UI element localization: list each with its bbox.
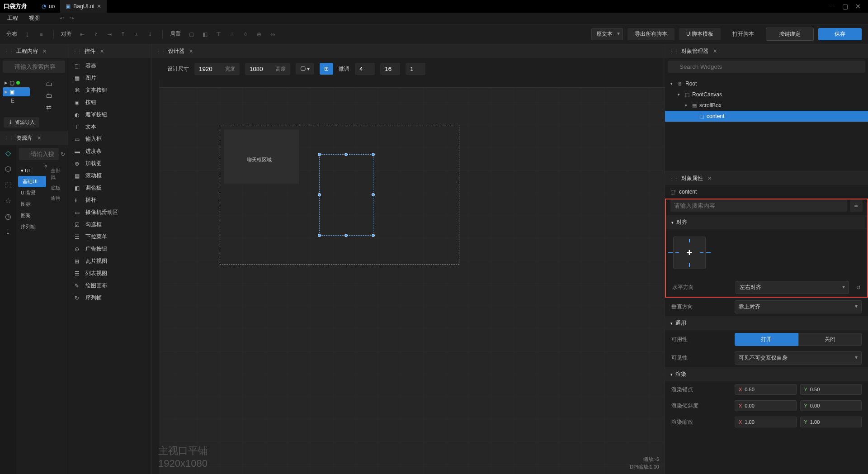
widget-image[interactable]: ▦图片 bbox=[68, 72, 151, 84]
toggle-open[interactable]: 打开 bbox=[735, 333, 798, 346]
resize-handle-bl[interactable] bbox=[318, 234, 321, 237]
tree-node-canvas[interactable]: ▾⬚RootCanvas bbox=[665, 89, 868, 100]
widgets-search-input[interactable] bbox=[668, 61, 865, 73]
grip-icon[interactable]: ⋮⋮ bbox=[5, 49, 14, 54]
align-bottom-icon[interactable]: ⤓ bbox=[146, 31, 154, 38]
dist-h-icon[interactable]: ⫿ bbox=[24, 31, 31, 38]
tree-root[interactable]: ▶▢ bbox=[3, 78, 30, 87]
section-render-header[interactable]: ▾渲染 bbox=[665, 367, 868, 381]
section-align-header[interactable]: ▾对齐 bbox=[666, 215, 867, 229]
widget-dropdown[interactable]: ☰下拉菜单 bbox=[68, 231, 151, 243]
horizontal-select[interactable]: 左右对齐 bbox=[736, 281, 849, 294]
undo-icon[interactable]: ↶ bbox=[60, 15, 64, 22]
grip-icon[interactable]: ⋮⋮ bbox=[670, 49, 679, 54]
props-search-input[interactable] bbox=[670, 199, 847, 212]
grip-icon[interactable]: ⋮⋮ bbox=[156, 49, 165, 54]
place-icon-6[interactable]: ⊕ bbox=[255, 31, 263, 38]
place-icon-1[interactable]: ▢ bbox=[188, 31, 195, 38]
close-icon[interactable]: ✕ bbox=[42, 48, 47, 54]
vertical-select[interactable]: 靠上对齐 bbox=[735, 300, 862, 313]
skew-y-input[interactable]: Y bbox=[800, 400, 862, 411]
folder-icon[interactable]: 🗀 bbox=[46, 80, 52, 87]
resource-search-input[interactable] bbox=[19, 148, 59, 160]
link-icon[interactable]: ⬡ bbox=[5, 165, 11, 173]
widget-canvas[interactable]: ✎绘图画布 bbox=[68, 280, 151, 292]
align-anchor-b[interactable] bbox=[689, 263, 690, 267]
clock-icon[interactable]: ◷ bbox=[5, 212, 11, 221]
box-icon[interactable]: ⬚ bbox=[5, 180, 12, 189]
tab-uo[interactable]: ◔ uo bbox=[36, 0, 60, 13]
key-binding-button[interactable]: 按键绑定 bbox=[766, 28, 814, 41]
resize-handle-tl[interactable] bbox=[318, 153, 321, 156]
scale-y-input[interactable]: Y bbox=[800, 417, 862, 427]
widget-colorpicker[interactable]: ◧调色板 bbox=[68, 182, 151, 194]
height-input[interactable] bbox=[245, 63, 271, 75]
scale-x-input[interactable]: X bbox=[735, 417, 797, 427]
grip-icon[interactable]: ⋮⋮ bbox=[73, 49, 82, 54]
close-icon[interactable]: ✕ bbox=[100, 48, 104, 54]
close-icon[interactable]: ✕ bbox=[97, 3, 101, 9]
widget-camera-slide[interactable]: ▭摄像机滑动区 bbox=[68, 206, 151, 218]
align-left-icon[interactable]: ⇤ bbox=[79, 31, 86, 38]
menu-view[interactable]: 视图 bbox=[29, 14, 40, 22]
widget-button[interactable]: ◉按钮 bbox=[68, 96, 151, 109]
anchor-y-input[interactable]: Y bbox=[800, 384, 862, 395]
project-search-input[interactable] bbox=[3, 61, 65, 73]
visibility-select[interactable]: 可见不可交互仅自身 bbox=[735, 351, 862, 365]
cat-patterns[interactable]: 图案 bbox=[16, 210, 48, 221]
reset-icon[interactable]: ↺ bbox=[856, 284, 861, 291]
dist-v-icon[interactable]: ≡ bbox=[38, 31, 45, 38]
ui-script-template-button[interactable]: UI脚本模板 bbox=[679, 28, 721, 40]
value-input[interactable] bbox=[745, 387, 792, 392]
value-input[interactable] bbox=[810, 387, 858, 392]
resize-handle-t[interactable] bbox=[344, 153, 348, 156]
tree-node-scrollbox[interactable]: ▾▤scrollBox bbox=[665, 100, 868, 111]
widget-text[interactable]: T文本 bbox=[68, 121, 151, 133]
section-general-header[interactable]: ▾通用 bbox=[665, 316, 868, 330]
finetune-3[interactable] bbox=[406, 63, 425, 75]
minimize-icon[interactable]: — bbox=[829, 3, 835, 10]
align-anchor-l-out[interactable] bbox=[668, 252, 673, 253]
widget-scrollbox[interactable]: ▤滚动框 bbox=[68, 170, 151, 182]
widget-checkbox[interactable]: ☑勾选框 bbox=[68, 218, 151, 231]
download-icon[interactable]: ⭳ bbox=[5, 228, 12, 236]
filter-base[interactable]: 底板 bbox=[50, 183, 65, 193]
close-window-icon[interactable]: ✕ bbox=[855, 3, 861, 10]
maximize-icon[interactable]: ▢ bbox=[842, 3, 848, 10]
tree-item[interactable]: E bbox=[3, 96, 30, 105]
resource-import-button[interactable]: ⭳资源导入 bbox=[4, 117, 39, 128]
open-script-button[interactable]: 打开脚本 bbox=[725, 28, 761, 40]
place-icon-3[interactable]: ⊤ bbox=[215, 31, 222, 38]
finetune-2[interactable] bbox=[380, 63, 400, 75]
finetune-1[interactable] bbox=[355, 63, 375, 75]
tree-node-content[interactable]: ⬚content bbox=[665, 111, 868, 122]
save-button[interactable]: 保存 bbox=[818, 28, 862, 40]
export-scripts-button[interactable]: 导出所有脚本 bbox=[627, 28, 675, 40]
place-icon-7[interactable]: ⇔ bbox=[269, 31, 276, 38]
widget-sequence[interactable]: ↻序列帧 bbox=[68, 292, 151, 304]
align-anchor-t[interactable] bbox=[689, 239, 690, 242]
resize-handle-br[interactable] bbox=[372, 234, 375, 237]
resize-handle-b[interactable] bbox=[344, 234, 348, 237]
anchor-x-input[interactable]: X bbox=[735, 384, 797, 395]
tree-item-selected[interactable]: ▶▣ bbox=[3, 87, 30, 96]
align-center-v-icon[interactable]: ⫰ bbox=[133, 31, 140, 38]
align-anchor-l[interactable] bbox=[675, 252, 679, 253]
grid-toggle-button[interactable]: ⊞ bbox=[320, 63, 333, 75]
refresh-icon[interactable]: ↻ bbox=[61, 151, 65, 157]
transfer-icon[interactable]: ⇄ bbox=[46, 104, 52, 111]
collapse-icon[interactable]: « bbox=[44, 163, 47, 169]
value-input[interactable] bbox=[810, 403, 858, 408]
value-input[interactable] bbox=[745, 403, 792, 408]
align-anchor-r-out[interactable] bbox=[706, 252, 711, 253]
cat-basic-ui[interactable]: 基础UI bbox=[18, 176, 46, 187]
cat-ui[interactable]: ▾ UI bbox=[16, 166, 48, 176]
grip-icon[interactable]: ⋮⋮ bbox=[5, 136, 14, 141]
align-right-icon[interactable]: ⇥ bbox=[106, 31, 113, 38]
widget-progress[interactable]: ▬进度条 bbox=[68, 145, 151, 157]
place-icon-2[interactable]: ◧ bbox=[201, 31, 208, 38]
value-input[interactable] bbox=[745, 419, 792, 425]
adjust-icon[interactable]: ⫨ bbox=[850, 199, 863, 212]
widget-list-view[interactable]: ☰列表视图 bbox=[68, 267, 151, 280]
tree-node-root[interactable]: ▾🗎Root bbox=[665, 78, 868, 89]
